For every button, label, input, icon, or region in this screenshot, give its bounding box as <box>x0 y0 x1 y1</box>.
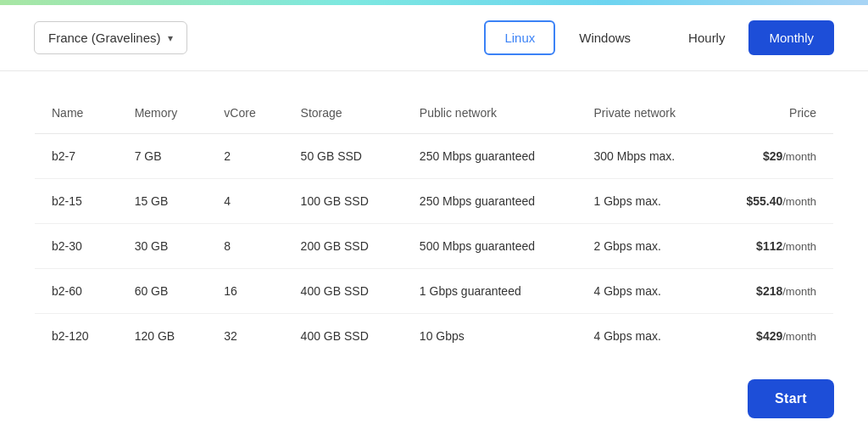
memory-cell: 7 GB <box>118 134 208 179</box>
vcore-cell: 2 <box>207 134 283 179</box>
col-header-name: Name <box>35 92 118 134</box>
start-button[interactable]: Start <box>748 379 834 418</box>
public-network-cell: 250 Mbps guaranteed <box>403 134 577 179</box>
tab-linux[interactable]: Linux <box>484 20 555 55</box>
memory-cell: 120 GB <box>118 314 208 359</box>
name-cell: b2-7 <box>35 134 118 179</box>
vcore-cell: 32 <box>207 314 283 359</box>
private-network-cell: 1 Gbps max. <box>577 179 712 224</box>
tab-hourly[interactable]: Hourly <box>668 20 745 55</box>
page-wrapper: France (Gravelines) ▾ Linux Windows Hour… <box>0 0 868 448</box>
private-network-cell: 4 Gbps max. <box>577 314 712 359</box>
tab-windows[interactable]: Windows <box>559 20 651 55</box>
price-cell: $29/month <box>712 134 834 179</box>
name-cell: b2-15 <box>35 179 118 224</box>
price-cell: $112/month <box>712 224 834 269</box>
table-header-row: Name Memory vCore Storage Public network… <box>35 92 834 134</box>
location-selector[interactable]: France (Gravelines) ▾ <box>34 21 187 54</box>
memory-cell: 30 GB <box>118 224 208 269</box>
table-row: b2-77 GB250 GB SSD250 Mbps guaranteed300… <box>35 134 834 179</box>
name-cell: b2-60 <box>35 269 118 314</box>
private-network-cell: 2 Gbps max. <box>577 224 712 269</box>
public-network-cell: 1 Gbps guaranteed <box>403 269 577 314</box>
start-button-container: Start <box>34 379 834 418</box>
public-network-cell: 10 Gbps <box>403 314 577 359</box>
col-header-storage: Storage <box>284 92 403 134</box>
table-row: b2-6060 GB16400 GB SSD1 Gbps guaranteed4… <box>35 269 834 314</box>
memory-cell: 60 GB <box>118 269 208 314</box>
header: France (Gravelines) ▾ Linux Windows Hour… <box>0 5 868 71</box>
vcore-cell: 4 <box>207 179 283 224</box>
storage-cell: 200 GB SSD <box>284 224 403 269</box>
storage-cell: 100 GB SSD <box>284 179 403 224</box>
vcore-cell: 16 <box>207 269 283 314</box>
memory-cell: 15 GB <box>118 179 208 224</box>
col-header-memory: Memory <box>118 92 208 134</box>
public-network-cell: 250 Mbps guaranteed <box>403 179 577 224</box>
storage-cell: 400 GB SSD <box>284 269 403 314</box>
table-row: b2-1515 GB4100 GB SSD250 Mbps guaranteed… <box>35 179 834 224</box>
table-row: b2-120120 GB32400 GB SSD10 Gbps4 Gbps ma… <box>35 314 834 359</box>
pricing-table: Name Memory vCore Storage Public network… <box>34 92 834 359</box>
table-row: b2-3030 GB8200 GB SSD500 Mbps guaranteed… <box>35 224 834 269</box>
price-cell: $55.40/month <box>712 179 834 224</box>
header-right: Linux Windows Hourly Monthly <box>484 20 834 55</box>
price-cell: $429/month <box>712 314 834 359</box>
col-header-public-network: Public network <box>403 92 577 134</box>
name-cell: b2-120 <box>35 314 118 359</box>
col-header-private-network: Private network <box>577 92 712 134</box>
col-header-price: Price <box>712 92 834 134</box>
location-label: France (Gravelines) <box>48 31 161 45</box>
col-header-vcore: vCore <box>207 92 283 134</box>
billing-tabs: Hourly Monthly <box>668 20 834 55</box>
name-cell: b2-30 <box>35 224 118 269</box>
public-network-cell: 500 Mbps guaranteed <box>403 224 577 269</box>
vcore-cell: 8 <box>207 224 283 269</box>
main-content: Name Memory vCore Storage Public network… <box>0 71 868 448</box>
storage-cell: 50 GB SSD <box>284 134 403 179</box>
private-network-cell: 300 Mbps max. <box>577 134 712 179</box>
private-network-cell: 4 Gbps max. <box>577 269 712 314</box>
price-cell: $218/month <box>712 269 834 314</box>
storage-cell: 400 GB SSD <box>284 314 403 359</box>
os-tabs: Linux Windows <box>484 20 651 55</box>
tab-monthly[interactable]: Monthly <box>748 20 834 55</box>
chevron-down-icon: ▾ <box>168 32 173 44</box>
